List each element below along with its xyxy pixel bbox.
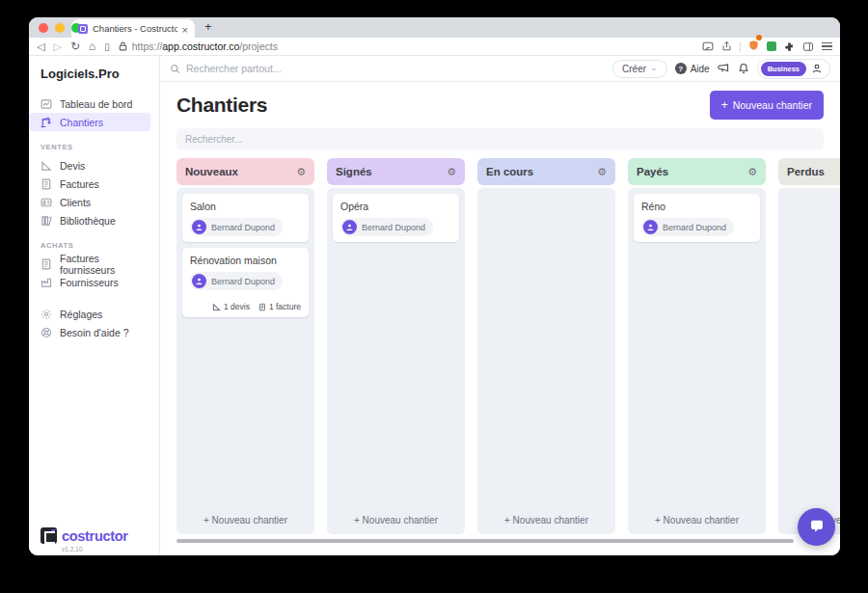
- browser-tab[interactable]: Chantiers - Costructor: [71, 19, 195, 38]
- global-search-input[interactable]: [186, 63, 605, 74]
- column-body: + Nouveau chantier: [477, 188, 615, 534]
- devis-count-label: 1 devis: [224, 302, 250, 311]
- notifications-button[interactable]: [738, 63, 749, 74]
- column-settings-icon[interactable]: [296, 166, 306, 178]
- help-button[interactable]: Aide: [675, 63, 710, 74]
- browser-tabstrip: Chantiers - Costructor: [29, 17, 840, 38]
- sidebar-item-bibliotheque[interactable]: Bibliothèque: [29, 211, 159, 229]
- megaphone-icon: [718, 63, 730, 74]
- chat-widget-button[interactable]: [798, 508, 835, 546]
- sidebar-item-devis[interactable]: Devis: [29, 156, 159, 175]
- avatar: [643, 220, 658, 234]
- account-menu[interactable]: Business: [757, 59, 830, 79]
- kanban-card[interactable]: Opéra Bernard Dupond: [333, 194, 459, 242]
- close-window-button[interactable]: [39, 23, 48, 33]
- add-card-button[interactable]: + Nouveau chantier: [333, 508, 459, 528]
- add-card-button[interactable]: + Nouveau chantier: [182, 508, 309, 528]
- sidebar-item-fournisseurs[interactable]: Fournisseurs: [29, 273, 159, 291]
- scrollbar-thumb[interactable]: [176, 539, 794, 543]
- app-shell: Logiciels.Pro Tableau de bord Chantiers …: [29, 56, 840, 555]
- sidebar-item-label: Factures fournisseurs: [60, 253, 148, 276]
- back-icon[interactable]: [37, 41, 44, 52]
- ruler-icon: [212, 303, 221, 311]
- share-icon[interactable]: [721, 40, 732, 52]
- card-title: Réno: [641, 201, 752, 212]
- sidebar-item-label: Chantiers: [60, 117, 103, 128]
- sidebar-item-label: Bibliothèque: [60, 215, 116, 227]
- crane-icon: [41, 117, 52, 128]
- reload-icon[interactable]: [70, 40, 80, 52]
- global-search[interactable]: [170, 63, 605, 74]
- announcements-button[interactable]: [718, 63, 730, 74]
- url-host: app.costructor.co: [162, 40, 239, 52]
- chevron-down-icon: [650, 64, 658, 74]
- assignee-name: Bernard Dupond: [663, 223, 726, 232]
- horizontal-scrollbar[interactable]: [176, 539, 823, 543]
- kanban-column-perdus: Perdus + Nouveau chantier: [778, 158, 840, 534]
- forward-icon[interactable]: [53, 41, 61, 52]
- kanban-board: Nouveaux Salon Bernard Dupond: [176, 158, 840, 534]
- add-card-button[interactable]: + Nouveau chantier: [483, 508, 610, 528]
- cast-icon[interactable]: [702, 40, 714, 52]
- avatar: [342, 220, 357, 234]
- assignee-chip: Bernard Dupond: [340, 218, 433, 236]
- board-filter[interactable]: [176, 128, 824, 149]
- menu-icon[interactable]: [822, 42, 832, 51]
- sidebar-item-label: Fournisseurs: [60, 277, 119, 288]
- kanban-card[interactable]: Salon Bernard Dupond: [182, 194, 309, 242]
- chart-icon: [41, 98, 52, 110]
- home-icon[interactable]: [89, 40, 95, 52]
- board-filter-input[interactable]: [176, 134, 824, 145]
- create-button[interactable]: Créer: [612, 60, 667, 78]
- sidebar-item-factures-fournisseurs[interactable]: Factures fournisseurs: [29, 255, 159, 273]
- create-button-label: Créer: [622, 64, 646, 74]
- main-area: Créer Aide Business: [160, 56, 840, 555]
- sidebar-item-besoin-daide[interactable]: Besoin d'aide ?: [29, 323, 159, 341]
- green-extension-icon[interactable]: [767, 41, 776, 51]
- kanban-card[interactable]: Rénovation maison Bernard Dupond 1 devis: [182, 248, 309, 317]
- column-settings-icon[interactable]: [747, 166, 757, 178]
- kanban-card[interactable]: Réno Bernard Dupond: [634, 194, 760, 242]
- library-icon: [41, 215, 52, 227]
- minimize-window-button[interactable]: [55, 23, 65, 33]
- panel-icon[interactable]: [802, 41, 814, 52]
- page-title: Chantiers: [176, 94, 267, 117]
- new-tab-button[interactable]: [204, 17, 212, 35]
- search-icon: [170, 64, 180, 74]
- close-tab-icon[interactable]: [182, 20, 188, 38]
- url-path: /projects: [239, 40, 278, 52]
- idcard-icon: [41, 197, 52, 208]
- new-chantier-button[interactable]: Nouveau chantier: [710, 91, 824, 120]
- shield-extension-icon[interactable]: [748, 38, 759, 55]
- sidebar-item-label: Factures: [60, 178, 99, 190]
- assignee-name: Bernard Dupond: [211, 277, 275, 286]
- sidebar-item-label: Clients: [60, 197, 91, 208]
- sidebar-item-factures[interactable]: Factures: [29, 175, 159, 193]
- lifebuoy-icon: [41, 327, 52, 338]
- sidebar-item-chantiers[interactable]: Chantiers: [29, 113, 150, 131]
- sidebar-item-clients[interactable]: Clients: [29, 193, 159, 211]
- sidebar-item-label: Tableau de bord: [60, 98, 132, 110]
- address-bar[interactable]: https://app.costructor.co/projects: [119, 40, 693, 52]
- column-header: Payés: [628, 158, 766, 185]
- add-card-button[interactable]: + Nouveau chantier: [634, 508, 760, 528]
- question-icon: [675, 63, 687, 74]
- avatar: [192, 274, 206, 288]
- sidebar-section-ventes: VENTES: [29, 131, 159, 156]
- puzzle-extension-icon[interactable]: [784, 41, 795, 52]
- invoice-icon: [258, 303, 266, 311]
- url-scheme: https://: [132, 40, 163, 52]
- user-icon: [195, 223, 203, 231]
- column-header: En cours: [477, 158, 615, 185]
- browser-toolbar: https://app.costructor.co/projects: [29, 38, 840, 56]
- column-settings-icon[interactable]: [447, 166, 456, 178]
- assignee-chip: Bernard Dupond: [190, 272, 283, 290]
- bookmark-icon[interactable]: [104, 41, 110, 52]
- column-settings-icon[interactable]: [597, 166, 607, 178]
- app-header: Créer Aide Business: [160, 56, 840, 82]
- devis-count-badge: 1 devis: [212, 302, 250, 311]
- sidebar-item-tableau-de-bord[interactable]: Tableau de bord: [29, 94, 159, 113]
- kanban-column-nouveaux: Nouveaux Salon Bernard Dupond: [176, 158, 314, 534]
- gear-icon: [41, 309, 52, 320]
- sidebar-item-reglages[interactable]: Réglages: [29, 305, 159, 323]
